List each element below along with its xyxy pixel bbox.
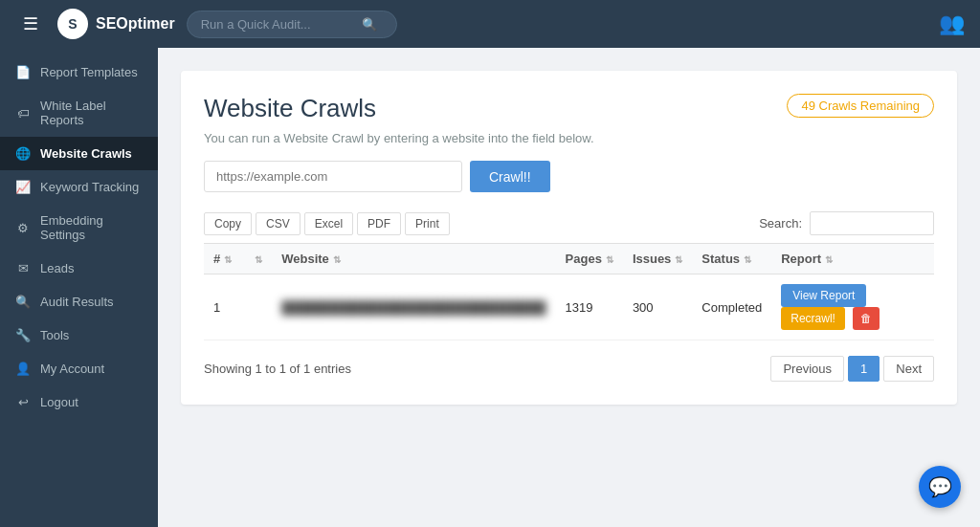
search-input[interactable]	[201, 17, 354, 32]
col-sort: ⇅	[241, 244, 272, 274]
top-header: ☰ S SEOptimer 🔍 👥	[0, 0, 980, 48]
sidebar-item-label: Embedding Settings	[40, 213, 143, 242]
website-crawls-icon: 🌐	[15, 146, 31, 161]
sidebar-item-audit-results[interactable]: 🔍 Audit Results	[0, 285, 158, 318]
delete-button[interactable]: 🗑	[853, 307, 880, 330]
previous-button[interactable]: Previous	[770, 356, 844, 382]
search-icon: 🔍	[362, 17, 377, 32]
sidebar-item-label: Report Templates	[40, 65, 138, 79]
page-header: Website Crawls 49 Crawls Remaining	[204, 94, 934, 123]
col-website: Website⇅	[272, 244, 555, 274]
search-label: Search:	[759, 216, 802, 231]
next-button[interactable]: Next	[883, 356, 934, 382]
table-toolbar: Copy CSV Excel PDF Print Search:	[204, 211, 934, 235]
search-bar[interactable]: 🔍	[187, 11, 397, 38]
content-card: Website Crawls 49 Crawls Remaining You c…	[181, 71, 957, 405]
csv-button[interactable]: CSV	[256, 212, 301, 235]
cell-report: View Report Recrawl! 🗑	[771, 274, 934, 340]
table-search-input[interactable]	[810, 211, 934, 235]
my-account-icon: 👤	[15, 362, 31, 376]
print-button[interactable]: Print	[405, 212, 450, 235]
report-templates-icon: 📄	[15, 65, 31, 79]
pagination-row: Showing 1 to 1 of 1 entries Previous 1 N…	[204, 356, 934, 382]
crawls-table: #⇅ ⇅ Website⇅ Pages⇅ Issues⇅ Status⇅ Rep…	[204, 243, 934, 340]
sidebar-item-label: Logout	[40, 395, 78, 409]
sidebar-item-label: Keyword Tracking	[40, 180, 139, 194]
col-report: Report⇅	[771, 244, 934, 274]
logo: S SEOptimer	[57, 9, 175, 39]
chat-widget[interactable]: 💬	[919, 466, 961, 508]
crawls-remaining-badge: 49 Crawls Remaining	[787, 94, 934, 118]
table-header-row: #⇅ ⇅ Website⇅ Pages⇅ Issues⇅ Status⇅ Rep…	[204, 244, 934, 274]
url-input[interactable]	[204, 161, 462, 192]
sidebar-item-label: Website Crawls	[40, 146, 132, 161]
page-title: Website Crawls	[204, 94, 376, 123]
sidebar-item-website-crawls[interactable]: 🌐 Website Crawls	[0, 137, 158, 170]
cell-pages: 1319	[556, 274, 623, 340]
chat-icon: 💬	[928, 475, 952, 498]
main-layout: 📄 Report Templates 🏷 White Label Reports…	[0, 48, 980, 527]
cell-issues: 300	[623, 274, 692, 340]
col-issues: Issues⇅	[623, 244, 692, 274]
cell-extra	[241, 274, 272, 340]
hamburger-button[interactable]: ☰	[15, 10, 46, 38]
crawl-button[interactable]: Crawl!!	[470, 161, 550, 192]
copy-button[interactable]: Copy	[204, 212, 252, 235]
sidebar-item-keyword-tracking[interactable]: 📈 Keyword Tracking	[0, 170, 158, 204]
website-url: ██████████████████████████████	[281, 300, 546, 315]
cell-website: ██████████████████████████████	[272, 274, 555, 340]
pagination-buttons: Previous 1 Next	[770, 356, 934, 382]
recrawl-button[interactable]: Recrawl!	[781, 307, 845, 330]
sidebar-item-label: Leads	[40, 261, 74, 275]
excel-button[interactable]: Excel	[304, 212, 353, 235]
logo-text: SEOptimer	[96, 15, 175, 33]
user-icon[interactable]: 👥	[939, 11, 965, 36]
leads-icon: ✉	[15, 261, 31, 275]
logout-icon: ↩	[15, 395, 31, 409]
sidebar-item-report-templates[interactable]: 📄 Report Templates	[0, 55, 158, 89]
table-row: 1 ██████████████████████████████ 1319 30…	[204, 274, 934, 340]
pdf-button[interactable]: PDF	[357, 212, 401, 235]
sidebar-item-leads[interactable]: ✉ Leads	[0, 252, 158, 285]
cell-status: Completed	[692, 274, 771, 340]
keyword-tracking-icon: 📈	[15, 180, 31, 194]
sidebar-item-label: Audit Results	[40, 295, 114, 309]
tools-icon: 🔧	[15, 328, 31, 342]
logo-icon: S	[57, 9, 88, 39]
audit-results-icon: 🔍	[15, 295, 31, 309]
sidebar-item-label: White Label Reports	[40, 99, 143, 127]
sidebar-item-embedding-settings[interactable]: ⚙ Embedding Settings	[0, 204, 158, 252]
sidebar-item-label: Tools	[40, 328, 69, 342]
col-number: #⇅	[204, 244, 241, 274]
url-input-row: Crawl!!	[204, 161, 934, 192]
sidebar-item-label: My Account	[40, 362, 104, 376]
page-subtitle: You can run a Website Crawl by entering …	[204, 131, 934, 145]
sidebar: 📄 Report Templates 🏷 White Label Reports…	[0, 48, 158, 527]
view-report-button[interactable]: View Report	[781, 284, 866, 307]
export-buttons: Copy CSV Excel PDF Print	[204, 212, 450, 235]
showing-text: Showing 1 to 1 of 1 entries	[204, 362, 351, 376]
sidebar-item-my-account[interactable]: 👤 My Account	[0, 352, 158, 385]
cell-number: 1	[204, 274, 241, 340]
table-search-row: Search:	[759, 211, 934, 235]
col-pages: Pages⇅	[556, 244, 623, 274]
embedding-settings-icon: ⚙	[15, 221, 31, 235]
main-content: Website Crawls 49 Crawls Remaining You c…	[158, 48, 980, 527]
page-1-button[interactable]: 1	[848, 356, 880, 382]
white-label-icon: 🏷	[15, 106, 31, 121]
sidebar-item-white-label-reports[interactable]: 🏷 White Label Reports	[0, 89, 158, 137]
sidebar-item-tools[interactable]: 🔧 Tools	[0, 318, 158, 352]
col-status: Status⇅	[692, 244, 771, 274]
sidebar-item-logout[interactable]: ↩ Logout	[0, 385, 158, 419]
